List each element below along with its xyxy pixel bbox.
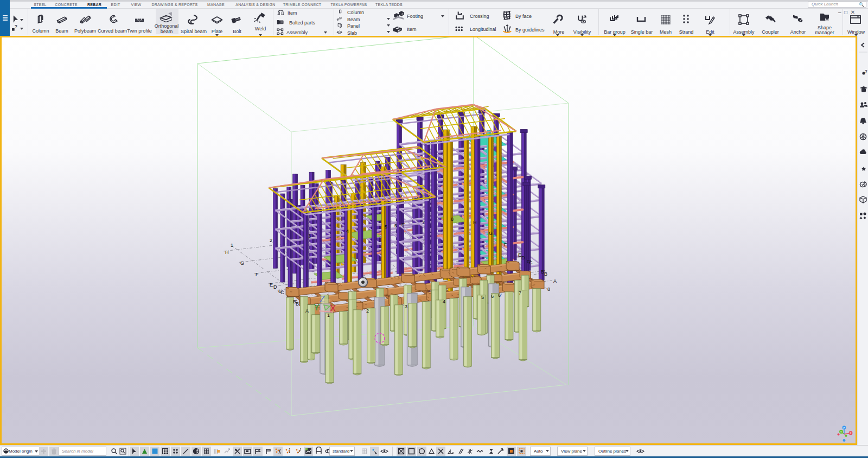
svg-text:B': B'	[293, 299, 297, 304]
svg-text:?: ?	[15, 24, 17, 29]
svg-text:7: 7	[519, 290, 521, 296]
svg-text:1: 1	[231, 243, 233, 248]
svg-text:2: 2	[270, 238, 272, 243]
svg-text:?: ?	[865, 69, 867, 74]
svg-text:D: D	[273, 284, 277, 290]
svg-text:Y: Y	[840, 430, 843, 434]
svg-text:5: 5	[385, 224, 387, 230]
svg-text:E: E	[270, 282, 273, 288]
svg-text:Y: Y	[314, 302, 320, 313]
svg-text:G: G	[240, 260, 244, 266]
svg-text:F: F	[504, 242, 507, 247]
svg-text:D: D	[521, 255, 525, 260]
svg-text:H: H	[473, 220, 477, 225]
svg-text:G: G	[489, 231, 493, 236]
svg-text:3: 3	[308, 233, 311, 239]
svg-text:2: 2	[366, 308, 369, 314]
svg-text:7: 7	[422, 220, 425, 225]
svg-text:E: E	[518, 252, 521, 258]
svg-text:A: A	[553, 278, 557, 284]
svg-text:4: 4	[346, 228, 349, 234]
svg-text:6': 6'	[498, 292, 502, 298]
svg-text:H: H	[225, 250, 229, 255]
svg-text:6: 6	[394, 223, 397, 228]
svg-text:4: 4	[443, 299, 445, 304]
svg-text:6: 6	[491, 294, 494, 299]
svg-text:X: X	[850, 431, 852, 435]
svg-text:C': C'	[278, 289, 283, 294]
svg-text:8: 8	[451, 217, 454, 222]
svg-text:6': 6'	[401, 222, 405, 227]
svg-text:A: A	[305, 308, 309, 314]
svg-text:F: F	[256, 272, 259, 277]
svg-text:3: 3	[405, 304, 407, 309]
svg-text:C': C'	[527, 259, 531, 264]
svg-text:5: 5	[481, 295, 484, 300]
svg-text:B': B'	[541, 269, 545, 275]
svg-text:8: 8	[547, 287, 550, 292]
